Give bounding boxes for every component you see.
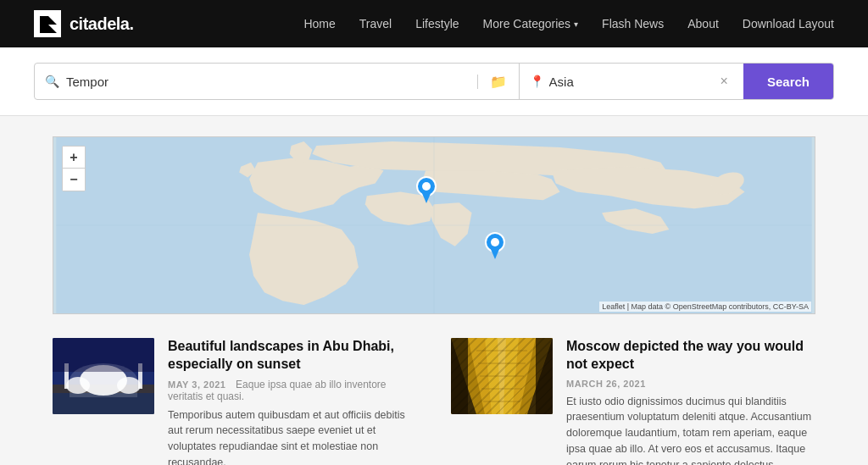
location-part: 📍 × [520,74,743,89]
svg-marker-6 [421,191,431,203]
articles-row: Beautiful landscapes in Abu Dhabi, espec… [53,338,815,465]
main-content: + − Leaflet | Map data © OpenStreetMap c… [53,116,815,465]
map-attribution: Leaflet | Map data © OpenStreetMap contr… [599,302,811,312]
folder-icon: 📁 [490,74,507,90]
article-title[interactable]: Beautiful landscapes in Abu Dhabi, espec… [168,338,417,374]
site-header: citadela. Home Travel Lifestyle More Cat… [0,0,868,47]
moscow-image [451,338,553,414]
svg-rect-23 [451,338,468,414]
article-card: Moscow depicted the way you would not ex… [451,338,815,465]
article-date: MARCH 26, 2021 [566,379,646,389]
logo-link[interactable]: citadela. [34,10,134,37]
zoom-out-button[interactable]: − [63,169,85,191]
search-button[interactable]: Search [743,64,833,99]
logo-icon [34,10,61,37]
nav-about[interactable]: About [687,17,719,30]
svg-point-14 [66,377,90,394]
article-excerpt: Temporibus autem quibusdam et aut offici… [168,407,417,465]
nav-flash-news[interactable]: Flash News [602,17,664,30]
map-pin-1[interactable] [416,176,437,203]
article-meta: MARCH 26, 2021 [566,379,815,389]
location-icon: 📍 [530,75,544,88]
svg-rect-24 [536,338,553,414]
article-content: Moscow depicted the way you would not ex… [566,338,815,465]
nav-lifestyle[interactable]: Lifestyle [415,17,459,30]
article-date: MAY 3, 2021 [168,379,226,390]
svg-marker-25 [498,338,506,414]
search-input[interactable] [66,75,467,89]
pin-icon [416,176,437,203]
nav-home[interactable]: Home [303,17,335,30]
logo-text: citadela. [70,14,134,34]
zoom-in-button[interactable]: + [63,147,85,169]
location-input[interactable] [549,75,710,89]
svg-marker-21 [468,338,536,414]
svg-point-13 [80,365,127,396]
search-icon: 🔍 [45,75,59,88]
nav-more-categories[interactable]: More Categories ▾ [483,17,579,30]
search-bar: 🔍 📁 📍 × Search [34,63,834,100]
svg-rect-12 [53,393,154,414]
svg-rect-18 [53,338,154,372]
search-text-part: 🔍 [35,75,478,89]
article-excerpt: Et iusto odio dignissimos ducimus qui bl… [566,394,815,465]
map-svg [53,137,815,313]
svg-marker-22 [485,338,519,414]
map-container[interactable]: + − Leaflet | Map data © OpenStreetMap c… [53,136,815,314]
logo-svg [38,14,57,33]
folder-button[interactable]: 📁 [478,64,520,99]
map-controls: + − [62,146,86,191]
main-nav: Home Travel Lifestyle More Categories ▾ … [303,17,834,30]
svg-rect-19 [451,338,553,414]
search-section: 🔍 📁 📍 × Search [0,47,868,116]
clear-location-button[interactable]: × [715,74,733,89]
article-title[interactable]: Moscow depicted the way you would not ex… [566,338,815,374]
svg-marker-9 [490,247,500,259]
svg-point-8 [491,238,499,246]
chevron-down-icon: ▾ [574,19,578,29]
nav-download-layout[interactable]: Download Layout [743,17,834,30]
svg-marker-20 [451,338,553,414]
article-thumbnail[interactable] [53,338,154,414]
nav-travel[interactable]: Travel [359,17,392,30]
svg-point-5 [422,182,431,191]
article-thumbnail[interactable] [451,338,553,414]
article-content: Beautiful landscapes in Abu Dhabi, espec… [168,338,417,465]
map-pin-2[interactable] [485,232,505,259]
pin-icon [485,232,505,259]
svg-point-15 [117,377,141,394]
abu-dhabi-image [53,338,154,414]
article-meta: MAY 3, 2021 Eaque ipsa quae ab illo inve… [168,379,417,402]
article-card: Beautiful landscapes in Abu Dhabi, espec… [53,338,417,465]
